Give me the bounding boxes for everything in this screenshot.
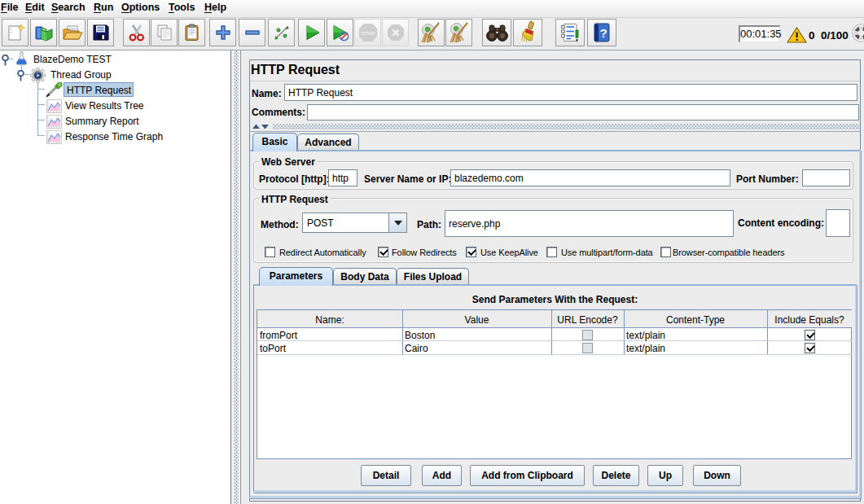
svg-text:?: ? xyxy=(599,26,607,40)
svg-text:STOP: STOP xyxy=(361,30,375,36)
